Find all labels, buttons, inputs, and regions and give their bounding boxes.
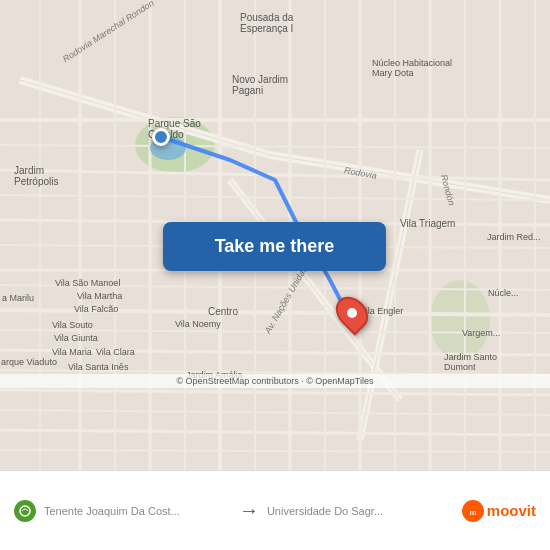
svg-text:m: m [469, 507, 476, 516]
osm-logo [14, 500, 36, 522]
map-attribution: © OpenStreetMap contributors · © OpenMap… [0, 374, 550, 388]
from-label: Tenente Joaquim Da Cost... [44, 505, 231, 517]
osm-icon [18, 504, 32, 518]
map-container: Pousada daEsperança I Rodovia Marechal R… [0, 0, 550, 470]
route-from: Tenente Joaquim Da Cost... [44, 505, 231, 517]
moovit-circle-icon: m [462, 500, 484, 522]
svg-point-43 [20, 506, 30, 516]
destination-pin [338, 295, 366, 331]
to-label: Universidade Do Sagr... [267, 505, 454, 517]
moovit-logo: m moovit [462, 500, 536, 522]
moovit-icon: m [466, 504, 480, 518]
svg-point-2 [430, 280, 490, 360]
route-arrow: → [239, 499, 259, 522]
moovit-rest: oovit [500, 502, 536, 519]
take-me-there-button[interactable]: Take me there [163, 222, 386, 271]
bottom-bar: Tenente Joaquim Da Cost... → Universidad… [0, 470, 550, 550]
osm-logo-container [14, 500, 36, 522]
moovit-m: m [487, 502, 500, 519]
origin-location-dot [152, 128, 170, 146]
route-to: Universidade Do Sagr... [267, 505, 454, 517]
moovit-text-label: moovit [487, 502, 536, 519]
